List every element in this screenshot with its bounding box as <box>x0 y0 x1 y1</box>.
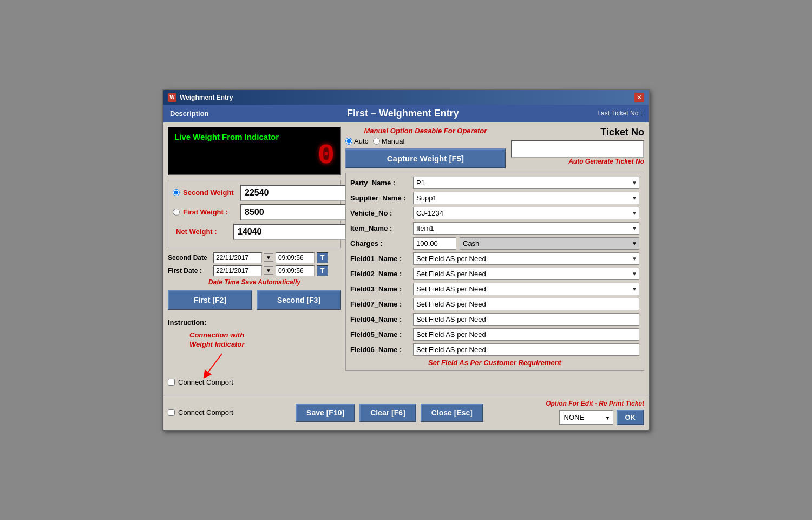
field04-row: Field04_Name : <box>350 313 639 326</box>
charges-inputs: Cash <box>413 237 639 250</box>
party-name-dropdown-wrapper: P1 <box>413 177 639 189</box>
title-bar: W Weighment Entry ✕ <box>163 90 649 105</box>
auto-radio[interactable] <box>345 138 352 145</box>
first-f2-button[interactable]: First [F2] <box>168 290 252 310</box>
item-name-label: Item_Name : <box>350 224 410 232</box>
manual-radio[interactable] <box>373 138 380 145</box>
bottom-right: Option For Edit - Re Print Ticket NONE O… <box>546 400 644 425</box>
close-window-button[interactable]: ✕ <box>634 93 644 102</box>
bottom-bar: Connect Comport Save [F10] Clear [F6] Cl… <box>163 395 649 430</box>
field06-input[interactable] <box>413 343 639 356</box>
connection-note: Connection with Weight Indicator <box>168 331 341 379</box>
header-bar: Description First – Weighment Entry Last… <box>163 105 649 122</box>
right-panel: Manual Option Desable For Operator Auto … <box>345 127 644 391</box>
capture-weight-button[interactable]: Capture Weight [F5] <box>345 148 506 168</box>
form-fields-panel: Party_Name : P1 Supplier_Name : Supp1 <box>345 173 644 370</box>
charges-row: Charges : Cash <box>350 237 639 250</box>
charges-amount-input[interactable] <box>413 237 456 250</box>
save-f10-button[interactable]: Save [F10] <box>296 404 355 422</box>
auto-generate-note: Auto Generate Ticket No <box>568 158 644 165</box>
title-bar-left: W Weighment Entry <box>168 93 233 102</box>
connect-comport-row: Connect Comport <box>168 378 341 386</box>
main-window: W Weighment Entry ✕ Description First – … <box>162 89 650 431</box>
field01-dropdown[interactable]: Set Field AS per Need <box>413 252 639 265</box>
window-title: Weighment Entry <box>180 94 233 101</box>
party-name-label: Party_Name : <box>350 179 410 187</box>
field05-input[interactable] <box>413 328 639 341</box>
edit-reprint-note: Option For Edit - Re Print Ticket <box>546 400 644 407</box>
vehicle-no-dropdown[interactable]: GJ-1234 <box>413 207 639 219</box>
field02-dropdown[interactable]: Set Field AS per Need <box>413 268 639 280</box>
net-weight-input[interactable] <box>233 224 356 240</box>
ticket-no-area: Ticket No Auto Generate Ticket No <box>511 127 644 170</box>
second-weight-radio[interactable] <box>173 189 180 196</box>
connect-comport-label: Connect Comport <box>178 378 233 386</box>
field02-dropdown-wrapper: Set Field AS per Need <box>413 268 639 280</box>
bottom-center-buttons: Save [F10] Clear [F6] Close [Esc] <box>296 404 483 422</box>
item-name-dropdown[interactable]: Item1 <box>413 222 639 235</box>
vehicle-no-row: Vehicle_No : GJ-1234 <box>350 207 639 219</box>
supplier-name-row: Supplier_Name : Supp1 <box>350 192 639 204</box>
second-date-picker-button[interactable]: ▼ <box>264 253 273 262</box>
field05-row: Field05_Name : <box>350 328 639 341</box>
field04-label: Field04_Name : <box>350 315 410 323</box>
close-esc-button[interactable]: Close [Esc] <box>421 404 483 422</box>
ok-button[interactable]: OK <box>617 410 645 425</box>
auto-manual-radio-row: Auto Manual <box>345 137 506 145</box>
header-description: Description <box>170 109 209 118</box>
clear-f6-button[interactable]: Clear [F6] <box>359 404 416 422</box>
ticket-no-label: Ticket No <box>600 127 644 138</box>
first-date-row: First Date : ▼ T <box>168 265 341 276</box>
first-time-button[interactable]: T <box>317 265 328 276</box>
charges-type-dropdown[interactable]: Cash <box>460 237 639 250</box>
manual-radio-label[interactable]: Manual <box>373 137 405 145</box>
net-weight-row: Net Weight : <box>173 224 336 240</box>
field03-row: Field03_Name : Set Field AS per Need <box>350 283 639 295</box>
date-auto-note: Date Time Save Automatically <box>168 278 341 286</box>
instruction-area: Instruction: Connection with Weight Indi… <box>168 314 341 391</box>
second-time-button[interactable]: T <box>317 252 328 263</box>
item-name-dropdown-wrapper: Item1 <box>413 222 639 235</box>
field01-label: Field01_Name : <box>350 255 410 263</box>
field03-label: Field03_Name : <box>350 285 410 293</box>
party-name-row: Party_Name : P1 <box>350 177 639 189</box>
left-panel: Live Weight From Indicator 0 Second Weig… <box>168 127 341 391</box>
auto-radio-label[interactable]: Auto <box>345 137 369 145</box>
instruction-label: Instruction: <box>168 318 341 327</box>
second-f3-button[interactable]: Second [F3] <box>257 290 341 310</box>
first-weight-input[interactable] <box>240 204 363 220</box>
net-weight-label: Net Weight : <box>176 227 230 236</box>
date-section: Second Date ▼ T First Date : ▼ T Date Ti… <box>168 252 341 286</box>
second-date-input[interactable] <box>213 252 262 263</box>
field07-label: Field07_Name : <box>350 300 410 308</box>
ticket-no-input[interactable] <box>511 140 644 158</box>
main-content: Live Weight From Indicator 0 Second Weig… <box>163 122 649 395</box>
first-weight-radio[interactable] <box>173 209 180 216</box>
charges-label: Charges : <box>350 239 410 248</box>
second-weight-input[interactable] <box>240 185 363 201</box>
connect-comport-checkbox[interactable] <box>168 379 175 386</box>
arrow-icon <box>200 351 244 378</box>
weight-action-buttons: First [F2] Second [F3] <box>168 290 341 310</box>
first-time-input[interactable] <box>276 265 315 276</box>
supplier-name-dropdown[interactable]: Supp1 <box>413 192 639 204</box>
first-date-picker-button[interactable]: ▼ <box>264 266 273 275</box>
field07-input[interactable] <box>413 298 639 310</box>
second-date-label: Second Date <box>168 254 211 262</box>
field04-input[interactable] <box>413 313 639 326</box>
none-dropdown[interactable]: NONE <box>559 410 613 425</box>
none-ok-row: NONE OK <box>559 410 645 425</box>
second-time-input[interactable] <box>276 252 315 263</box>
first-weight-row: First Weight : <box>173 204 336 220</box>
capture-area: Manual Option Desable For Operator Auto … <box>345 127 506 170</box>
field03-dropdown[interactable]: Set Field AS per Need <box>413 283 639 295</box>
charges-type-wrapper: Cash <box>460 237 639 250</box>
vehicle-no-dropdown-wrapper: GJ-1234 <box>413 207 639 219</box>
field01-dropdown-wrapper: Set Field AS per Need <box>413 252 639 265</box>
field02-row: Field02_Name : Set Field AS per Need <box>350 268 639 280</box>
bottom-left: Connect Comport <box>168 408 233 417</box>
party-name-dropdown[interactable]: P1 <box>413 177 639 189</box>
field06-row: Field06_Name : <box>350 343 639 356</box>
first-date-input[interactable] <box>213 265 262 276</box>
bottom-connect-comport-checkbox[interactable] <box>168 409 175 416</box>
